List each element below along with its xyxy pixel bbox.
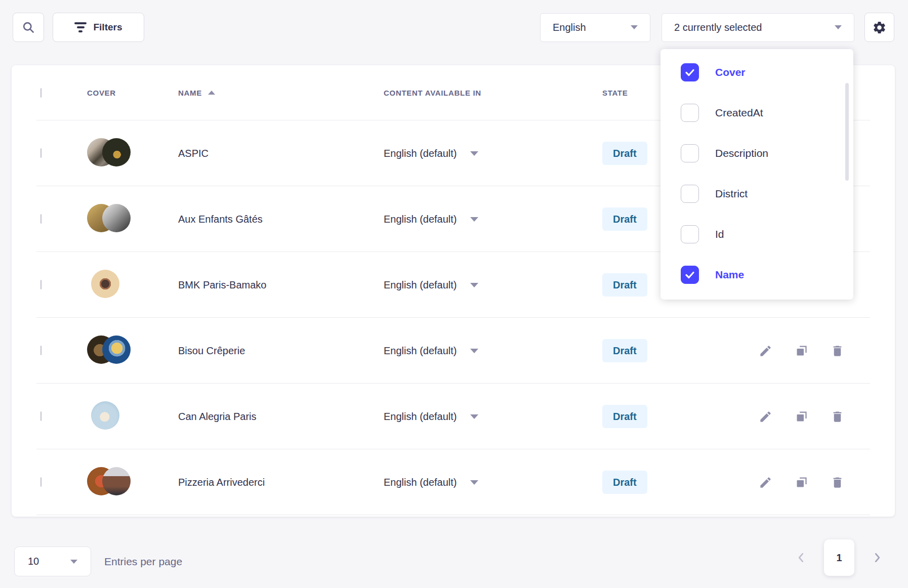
- check-icon: [684, 66, 696, 78]
- entry-name: Aux Enfants Gâtés: [178, 214, 384, 225]
- page-size-select[interactable]: 10: [14, 547, 91, 576]
- content-manager-list-view: Filters English 2 currently selected COV…: [0, 0, 908, 588]
- locale-value: English (default): [384, 345, 457, 357]
- cover-image: [102, 204, 131, 232]
- unchecked-checkbox[interactable]: [681, 225, 699, 243]
- cover-avatar-group: [87, 467, 134, 496]
- columns-select[interactable]: 2 currently selected: [662, 13, 854, 42]
- unchecked-checkbox[interactable]: [681, 144, 699, 162]
- cover-avatar-group: [87, 401, 134, 430]
- column-picker-item-createdat[interactable]: CreatedAt: [681, 104, 853, 122]
- unchecked-checkbox[interactable]: [681, 104, 699, 122]
- delete-icon[interactable]: [831, 476, 844, 489]
- row-checkbox[interactable]: [40, 346, 42, 355]
- column-picker-item-cover[interactable]: Cover: [681, 63, 853, 81]
- filters-button[interactable]: Filters: [53, 13, 144, 42]
- previous-page-button[interactable]: [795, 551, 808, 564]
- column-header-content-available-in: CONTENT AVAILABLE IN: [384, 89, 602, 97]
- delete-icon[interactable]: [831, 344, 844, 358]
- column-picker-item-name[interactable]: Name: [681, 266, 853, 284]
- delete-icon[interactable]: [831, 410, 844, 424]
- row-actions: [721, 476, 895, 489]
- state-badge: Draft: [602, 207, 647, 231]
- duplicate-icon[interactable]: [795, 410, 808, 424]
- locale-cell[interactable]: English (default): [384, 148, 602, 159]
- column-header-cover: COVER: [87, 89, 178, 97]
- chevron-down-icon: [470, 151, 478, 156]
- row-checkbox[interactable]: [40, 411, 42, 421]
- entry-name: Bisou Crêperie: [178, 345, 384, 357]
- locale-select-value: English: [553, 22, 586, 33]
- locale-cell[interactable]: English (default): [384, 411, 602, 423]
- row-checkbox[interactable]: [40, 148, 42, 158]
- edit-icon[interactable]: [759, 476, 772, 489]
- locale-value: English (default): [384, 279, 457, 291]
- row-actions: [721, 344, 895, 358]
- gear-icon: [872, 20, 887, 35]
- checked-checkbox[interactable]: [681, 266, 699, 284]
- state-badge: Draft: [602, 339, 647, 362]
- chevron-down-icon: [70, 560, 77, 564]
- column-picker-item-district[interactable]: District: [681, 185, 853, 203]
- locale-value: English (default): [384, 477, 457, 488]
- search-button[interactable]: [13, 13, 44, 42]
- column-picker-item-label: Description: [715, 147, 768, 159]
- dropdown-scrollbar[interactable]: [845, 83, 849, 181]
- column-picker-item-id[interactable]: Id: [681, 225, 853, 243]
- locale-select[interactable]: English: [540, 13, 650, 42]
- chevron-down-icon: [470, 349, 478, 353]
- footer-left: 10 Entries per page: [14, 547, 182, 576]
- unchecked-checkbox[interactable]: [681, 185, 699, 203]
- column-picker-dropdown: CoverCreatedAtDescriptionDistrictIdName: [661, 49, 853, 300]
- entry-name: Can Alegria Paris: [178, 411, 384, 423]
- check-icon: [684, 269, 696, 281]
- locale-cell[interactable]: English (default): [384, 345, 602, 357]
- locale-value: English (default): [384, 214, 457, 225]
- filters-button-label: Filters: [93, 22, 122, 33]
- column-picker-item-description[interactable]: Description: [681, 144, 853, 162]
- toolbar-left: Filters: [13, 13, 144, 42]
- locale-value: English (default): [384, 411, 457, 423]
- entries-per-page-label: Entries per page: [104, 556, 182, 568]
- row-checkbox[interactable]: [40, 214, 42, 224]
- duplicate-icon[interactable]: [795, 344, 808, 358]
- settings-button[interactable]: [864, 13, 894, 42]
- chevron-down-icon: [470, 480, 478, 485]
- search-icon: [22, 21, 35, 34]
- column-header-name[interactable]: NAME: [178, 89, 384, 97]
- chevron-down-icon: [835, 25, 842, 29]
- cover-image: [91, 270, 119, 298]
- column-picker-item-label: Name: [715, 269, 744, 281]
- chevron-down-icon: [470, 217, 478, 222]
- page-size-value: 10: [28, 556, 39, 567]
- chevron-down-icon: [470, 283, 478, 287]
- entry-name: ASPIC: [178, 148, 384, 159]
- sort-ascending-icon: [208, 91, 215, 95]
- state-badge: Draft: [602, 273, 647, 297]
- row-actions: [721, 410, 895, 424]
- row-checkbox[interactable]: [40, 280, 42, 289]
- row-checkbox[interactable]: [40, 477, 42, 487]
- page-number: 1: [836, 552, 842, 564]
- cover-image: [102, 467, 131, 495]
- checked-checkbox[interactable]: [681, 63, 699, 81]
- edit-icon[interactable]: [759, 410, 772, 424]
- select-all-checkbox[interactable]: [40, 88, 42, 98]
- column-picker-item-label: Id: [715, 228, 724, 240]
- locale-cell[interactable]: English (default): [384, 279, 602, 291]
- edit-icon[interactable]: [759, 344, 772, 358]
- cover-avatar-group: [87, 269, 134, 299]
- column-picker-item-label: Cover: [715, 66, 746, 78]
- cover-avatar-group: [87, 138, 134, 167]
- locale-cell[interactable]: English (default): [384, 214, 602, 225]
- state-badge: Draft: [602, 471, 647, 494]
- filter-icon: [74, 22, 87, 32]
- toolbar-right: English 2 currently selected: [540, 13, 894, 42]
- column-picker-item-label: District: [715, 188, 748, 200]
- locale-cell[interactable]: English (default): [384, 477, 602, 488]
- duplicate-icon[interactable]: [795, 476, 808, 489]
- state-badge: Draft: [602, 405, 647, 428]
- next-page-button[interactable]: [871, 551, 884, 564]
- cover-avatar-group: [87, 335, 134, 364]
- page-1-button[interactable]: 1: [824, 539, 854, 576]
